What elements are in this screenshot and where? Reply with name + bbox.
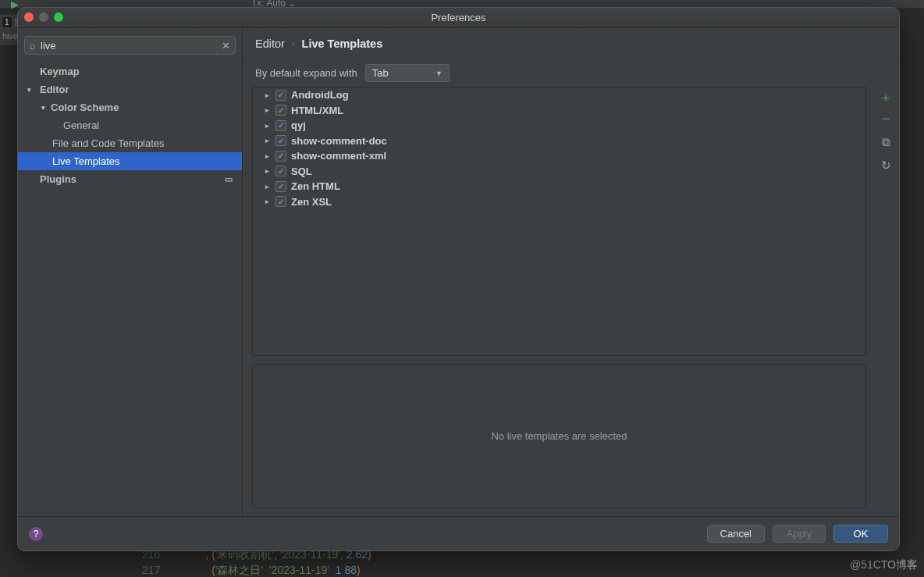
line-number: 217 [142,564,160,576]
breadcrumb-current: Live Templates [302,37,383,50]
group-name: SQL [291,166,312,177]
group-checkbox[interactable]: ✓ [275,90,286,101]
titlebar[interactable]: Preferences [18,8,899,28]
clear-search-icon[interactable]: ✕ [222,40,230,52]
template-group[interactable]: ▸✓qyj [253,118,865,134]
group-checkbox[interactable]: ✓ [275,181,286,192]
chevron-right-icon: ▸ [265,137,272,144]
list-actions: + − ⧉ ↻ [872,87,899,516]
server-badge: 1 [2,17,12,27]
window-controls [24,12,63,22]
group-checkbox[interactable]: ✓ [275,105,286,116]
expand-select[interactable]: Tab ▼ [365,64,450,82]
tree-general[interactable]: General [18,116,242,134]
chevron-right-icon: ▸ [265,167,272,175]
main-panel: Editor › Live Templates By default expan… [243,28,899,516]
chevron-right-icon: ▸ [265,152,272,160]
group-checkbox[interactable]: ✓ [275,135,286,146]
group-checkbox[interactable]: ✓ [275,151,286,162]
group-name: Zen XSL [291,196,332,208]
tree-live-templates[interactable]: Live Templates [18,152,242,170]
template-group-list[interactable]: ▸✓AndroidLog▸✓HTML/XML▸✓qyj▸✓show-commen… [252,87,866,356]
close-icon[interactable] [24,12,34,22]
restore-icon[interactable]: ↻ [879,158,893,173]
breadcrumb: Editor › Live Templates [243,28,899,59]
copy-icon[interactable]: ⧉ [879,135,893,149]
chevron-right-icon: ▸ [265,91,272,99]
group-name: show-comment-doc [291,135,387,147]
chevron-right-icon: › [292,39,295,48]
add-icon[interactable]: + [879,91,893,105]
expand-label: By default expand with [255,67,357,79]
chevron-down-icon: ▾ [27,86,31,94]
chevron-right-icon: ▸ [265,198,272,205]
chevron-right-icon: ▸ [265,106,272,114]
preferences-body: ⌕ ✕ Keymap ▾Editor ▾Color Scheme General… [18,28,899,516]
template-group[interactable]: ▸✓AndroidLog [253,87,865,103]
group-checkbox[interactable]: ✓ [275,196,286,207]
minimize-icon[interactable] [39,12,48,22]
breadcrumb-root[interactable]: Editor [255,37,285,50]
tree-editor[interactable]: ▾Editor [18,80,242,98]
template-group[interactable]: ▸✓HTML/XML [253,103,865,119]
group-name: AndroidLog [291,89,349,101]
tree-keymap[interactable]: Keymap [18,62,242,80]
window-title: Preferences [431,12,485,23]
expand-value: Tab [372,67,389,79]
ok-button[interactable]: OK [833,525,888,543]
group-name: HTML/XML [291,105,343,116]
watermark: @51CTO博客 [850,558,918,572]
template-group[interactable]: ▸✓show-comment-doc [253,134,865,149]
search-icon: ⌕ [30,40,36,52]
group-name: show-comment-xml [291,150,386,162]
group-name: qyj [291,119,306,131]
template-group[interactable]: ▸✓Zen XSL [253,194,865,210]
preferences-window: Preferences ⌕ ✕ Keymap ▾Editor ▾Color Sc… [17,7,900,551]
template-group[interactable]: ▸✓SQL [253,164,865,180]
tree-color-scheme[interactable]: ▾Color Scheme [18,98,242,116]
settings-tree: Keymap ▾Editor ▾Color Scheme General Fil… [18,59,242,516]
gear-icon[interactable]: ▭ [225,174,233,184]
run-icon[interactable]: ▶ [11,0,19,10]
chevron-down-icon: ▾ [41,104,45,112]
footer: ? Cancel Apply OK [18,516,899,550]
chevron-down-icon: ▼ [435,69,442,77]
apply-button: Apply [773,525,826,543]
cancel-button[interactable]: Cancel [707,525,765,543]
preview-panel: No live templates are selected [252,364,866,508]
search-input[interactable] [41,40,222,52]
tree-file-code-templates[interactable]: File and Code Templates [18,134,242,152]
chevron-right-icon: ▸ [265,183,272,191]
remove-icon[interactable]: − [879,112,893,126]
maximize-icon[interactable] [54,12,63,22]
template-group[interactable]: ▸✓show-comment-xml [253,148,865,164]
template-group[interactable]: ▸✓Zen HTML [253,179,865,194]
empty-message: No live templates are selected [491,430,627,442]
search-box[interactable]: ⌕ ✕ [24,36,236,55]
expand-with-row: By default expand with Tab ▼ [243,59,899,87]
chevron-right-icon: ▸ [265,122,272,130]
group-name: Zen HTML [291,180,340,192]
group-checkbox[interactable]: ✓ [275,120,286,131]
tree-plugins[interactable]: Plugins▭ [18,170,242,188]
help-button[interactable]: ? [29,527,43,541]
sidebar: ⌕ ✕ Keymap ▾Editor ▾Color Scheme General… [18,28,243,516]
group-checkbox[interactable]: ✓ [275,166,286,176]
